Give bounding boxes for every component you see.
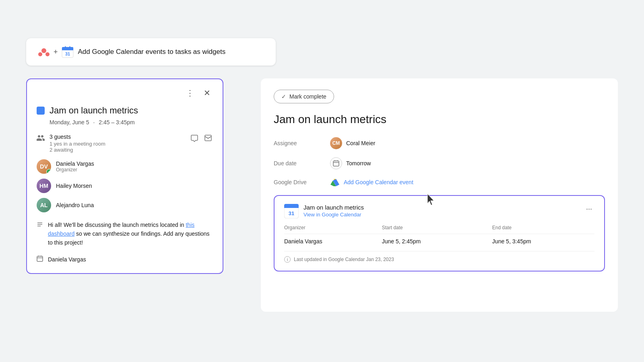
last-updated-text: Last updated in Google Calendar Jan 23, … [294,257,394,262]
assignee-avatar: CM [330,137,342,149]
widget-footer: i Last updated in Google Calendar Jan 23… [284,251,594,263]
close-button[interactable]: ✕ [201,87,213,99]
organizer-cell: Daniela Vargas [284,234,374,245]
description-icon [37,221,43,229]
view-in-gcal-link[interactable]: View in Google Calendar [303,212,364,218]
google-drive-row: Google Drive Add Google Calendar event [274,177,605,187]
calendar-icon [37,255,43,263]
attendee-info: Daniela Vargas Organizer [56,160,94,173]
svg-rect-20 [337,160,338,162]
svg-rect-5 [62,49,73,50]
svg-rect-26 [284,207,299,208]
svg-text:31: 31 [289,210,294,216]
plus-icon: + [54,48,58,56]
attendee-info: Hailey Morsen [56,183,92,189]
due-date-row: Due date Tomorrow [274,157,605,169]
check-badge: ✓ [46,169,51,174]
guests-sub2: 2 awaiting [50,147,190,153]
svg-rect-19 [334,160,335,162]
svg-point-2 [45,52,50,56]
attendee-item: DV ✓ Daniela Vargas Organizer [37,159,213,174]
google-drive-icon [330,177,340,187]
attendees-list: DV ✓ Daniela Vargas Organizer HM Hailey … [37,159,213,212]
start-date-cell: June 5, 2:45pm [374,234,484,245]
widget-title-text: Jam on launch metrics View in Google Cal… [303,204,364,218]
guests-sub1: 1 yes in a meeting room [50,141,190,147]
widget-table: Organizer Start date End date Daniela Va… [284,225,594,245]
svg-rect-28 [288,204,289,206]
attendee-name: Alejandro Luna [56,202,94,208]
due-date-text: Tomorrow [346,160,371,167]
mark-complete-label: Mark complete [289,93,326,100]
task-title: Jam on launch metrics [274,113,605,126]
col-end-date: End date [484,225,594,234]
assignee-name: Coral Meier [346,140,375,146]
attendee-info: Alejandro Luna [56,202,94,208]
svg-rect-29 [293,204,295,206]
svg-rect-15 [38,255,39,257]
event-datetime: Monday, June 5 · 2:45 – 3:45pm [50,119,213,125]
left-event-card: ⋮ ✕ Jam on launch metrics Monday, June 5… [26,78,223,274]
info-icon: i [284,256,291,263]
organizer-row: Daniela Vargas [37,255,213,263]
avatar: HM [37,179,51,193]
col-organizer: Organizer [284,225,374,234]
mark-complete-button[interactable]: ✓ Mark complete [274,90,334,103]
add-gcal-event-link[interactable]: Add Google Calendar event [344,179,413,185]
event-title: Jam on launch metrics [50,105,138,117]
svg-rect-7 [65,46,66,48]
description-text: Hi all! We'll be discussing the launch m… [48,220,213,247]
attendee-item: AL Alejandro Luna [37,198,213,212]
calendar-icon [330,157,342,169]
gcal-icon: 31 [61,45,74,58]
col-start-date: Start date [374,225,484,234]
widget-header: 31 Jam on launch metrics View in Google … [284,204,594,218]
banner-icons: + 31 [37,45,74,58]
svg-point-0 [41,48,46,53]
message-button[interactable] [190,134,199,145]
guests-count: 3 guests [50,134,190,140]
right-panel: ✓ Mark complete Jam on launch metrics As… [261,78,618,312]
asana-icon [37,45,50,58]
guests-row: 3 guests 1 yes in a meeting room 2 await… [37,134,213,153]
attendee-name: Daniela Vargas [56,160,94,167]
svg-rect-16 [41,255,41,257]
assignee-label: Assignee [274,140,330,146]
google-drive-value: Add Google Calendar event [330,177,413,187]
due-date-value: Tomorrow [330,157,371,169]
due-date-label: Due date [274,160,330,167]
email-button[interactable] [203,134,213,144]
widget-title-row: 31 Jam on launch metrics View in Google … [284,204,364,218]
guests-info: 3 guests 1 yes in a meeting room 2 await… [50,134,190,153]
svg-rect-9 [205,135,211,141]
end-date-cell: June 5, 3:45pm [484,234,594,245]
attendee-name: Hailey Morsen [56,183,92,189]
description-row: Hi all! We'll be discussing the launch m… [37,220,213,247]
guests-icon [37,134,45,144]
svg-rect-13 [37,256,43,261]
gcal-widget-card: 31 Jam on launch metrics View in Google … [274,195,605,272]
assignee-row: Assignee CM Coral Meier [274,137,605,149]
guests-actions [190,134,213,145]
assignee-value: CM Coral Meier [330,137,375,149]
attendee-item: HM Hailey Morsen [37,179,213,193]
more-options-button[interactable]: ⋮ [184,87,196,99]
table-row: Daniela Vargas June 5, 2:45pm June 5, 3:… [284,234,594,245]
widget-more-button[interactable]: ··· [584,204,594,214]
banner-text: Add Google Calendar events to tasks as w… [78,48,226,56]
svg-point-1 [38,52,42,56]
avatar: DV ✓ [37,159,51,174]
svg-rect-8 [69,46,70,48]
gcal-widget-icon: 31 [284,204,299,218]
checkmark-icon: ✓ [281,93,286,100]
widget-event-title: Jam on launch metrics [303,204,364,211]
svg-text:31: 31 [65,51,70,56]
attendee-role: Organizer [56,167,94,173]
card-header: ⋮ ✕ [37,87,213,99]
avatar: AL [37,198,51,212]
event-color-dot [37,107,45,115]
google-drive-label: Google Drive [274,179,330,185]
event-title-row: Jam on launch metrics [37,105,213,117]
svg-rect-17 [333,161,339,166]
top-banner: + 31 Add Google Calendar events to tasks… [26,38,276,66]
